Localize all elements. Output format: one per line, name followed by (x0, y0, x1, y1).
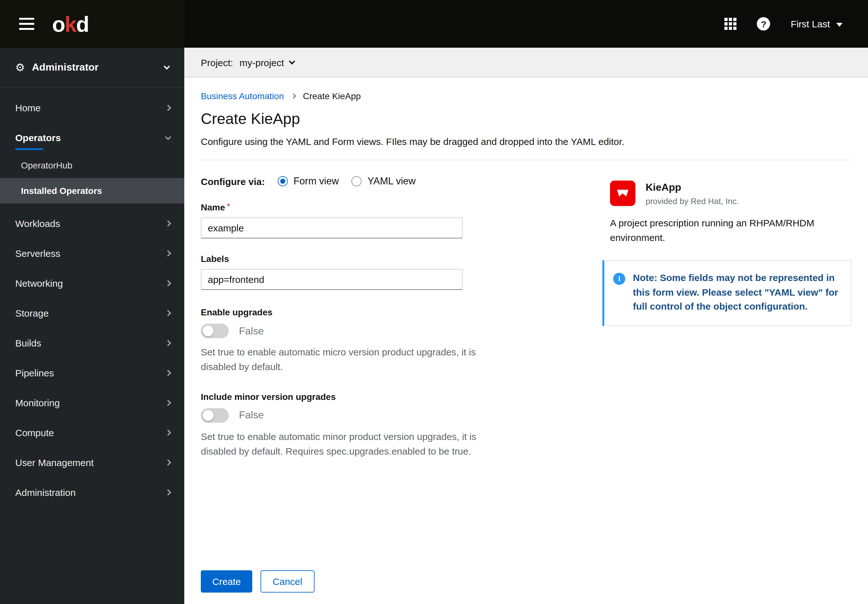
sidebar-item-label: OperatorHub (21, 160, 73, 171)
info-alert-text: Note: Some fields may not be represented… (633, 271, 841, 314)
sidebar: ⚙ Administrator Home Operators Operat (0, 48, 184, 604)
enable-upgrades-label: Enable upgrades (201, 307, 512, 317)
labels-label: Labels (201, 254, 229, 264)
divider (201, 160, 851, 160)
current-section-indicator (15, 148, 43, 150)
sidebar-item-networking[interactable]: Networking (0, 268, 184, 298)
sidebar-item-pipelines[interactable]: Pipelines (0, 358, 184, 388)
chevron-down-icon (165, 134, 171, 140)
sidebar-item-label: Installed Operators (21, 186, 102, 196)
chevron-right-icon (165, 400, 171, 406)
sidebar-item-operators[interactable]: Operators (0, 123, 184, 152)
sidebar-item-operatorhub[interactable]: OperatorHub (0, 152, 184, 178)
minor-upgrades-label: Include minor version upgrades (201, 391, 512, 402)
project-bar: Project: my-project (184, 48, 868, 78)
project-selector[interactable]: my-project (240, 57, 294, 68)
sidebar-item-label: Pipelines (15, 368, 54, 378)
enable-upgrades-help: Set true to enable automatic micro versi… (201, 345, 488, 374)
project-label: Project: (201, 57, 233, 68)
logo-letter: d (76, 12, 88, 36)
sidebar-item-home[interactable]: Home (0, 93, 184, 123)
create-button[interactable]: Create (201, 570, 252, 593)
chevron-right-icon (165, 310, 171, 316)
breadcrumb-link-business-automation[interactable]: Business Automation (201, 91, 284, 101)
labels-input[interactable] (201, 269, 463, 290)
sidebar-item-label: Operators (15, 132, 61, 143)
sidebar-item-workloads[interactable]: Workloads (0, 208, 184, 238)
sidebar-item-serverless[interactable]: Serverless (0, 238, 184, 268)
sidebar-item-user-management[interactable]: User Management (0, 447, 184, 477)
apps-grid-icon (729, 22, 732, 25)
kieapp-logo-icon (610, 180, 636, 206)
apps-grid-icon (734, 22, 737, 25)
sidebar-item-monitoring[interactable]: Monitoring (0, 388, 184, 418)
masthead-brand-area: okd (0, 0, 184, 48)
radio-unselected-icon (352, 176, 362, 186)
help-button[interactable]: ? (757, 17, 770, 31)
sidebar-item-storage[interactable]: Storage (0, 298, 184, 328)
radio-label: Form view (294, 175, 339, 187)
radio-yaml-view[interactable]: YAML view (352, 175, 416, 187)
form-actions: Create Cancel (201, 570, 512, 594)
perspective-switcher[interactable]: ⚙ Administrator (0, 48, 184, 88)
enable-upgrades-group: Enable upgrades False Set true to enable… (201, 307, 512, 374)
toggle-state-label: False (239, 325, 264, 337)
operator-provider: provided by Red Hat, Inc. (646, 196, 739, 206)
minor-upgrades-toggle[interactable] (201, 408, 229, 422)
operator-side-panel: KieApp provided by Red Hat, Inc. A proje… (602, 175, 851, 594)
info-icon: i (613, 273, 625, 285)
required-marker: * (227, 202, 230, 211)
chevron-down-icon (164, 63, 170, 70)
page-description: Configure using the YAML and Form views.… (201, 136, 851, 147)
chevron-right-icon (165, 430, 171, 436)
sidebar-item-compute[interactable]: Compute (0, 418, 184, 447)
cancel-button[interactable]: Cancel (260, 570, 314, 593)
labels-field-group: Labels (201, 253, 512, 290)
masthead-toolbar: ? First Last (184, 0, 868, 48)
configure-via-row: Configure via: Form view YAML view (201, 175, 512, 187)
sidebar-item-label: Compute (15, 427, 54, 438)
chevron-right-icon (165, 460, 171, 466)
sidebar-item-installed-operators[interactable]: Installed Operators (0, 178, 184, 203)
main-area: Project: my-project Business Automation … (184, 48, 868, 604)
chevron-right-icon (165, 370, 171, 376)
apps-grid-icon (729, 27, 732, 30)
sidebar-item-label: User Management (15, 457, 94, 468)
sidebar-item-administration[interactable]: Administration (0, 477, 184, 507)
toggle-state-label: False (239, 410, 264, 421)
breadcrumb: Business Automation Create KieApp (201, 91, 851, 101)
apps-grid-icon (734, 27, 737, 30)
sidebar-item-label: Storage (15, 308, 49, 318)
page-title: Create KieApp (201, 110, 851, 128)
configure-via-label: Configure via: (201, 176, 265, 186)
info-alert: i Note: Some fields may not be represent… (602, 260, 851, 326)
question-mark-icon: ? (761, 19, 766, 29)
user-menu[interactable]: First Last (791, 19, 843, 29)
operator-header: KieApp provided by Red Hat, Inc. (602, 180, 851, 206)
operator-title: KieApp (646, 180, 739, 193)
name-input[interactable] (201, 217, 463, 238)
radio-label: YAML view (367, 175, 416, 187)
logo-letter: o (52, 12, 65, 36)
caret-down-icon (836, 23, 843, 26)
chevron-right-icon (165, 340, 171, 346)
masthead: okd ? First Last (0, 0, 868, 48)
enable-upgrades-toggle[interactable] (201, 324, 229, 338)
gear-icon: ⚙ (15, 62, 25, 73)
sidebar-item-label: Monitoring (15, 397, 60, 408)
okd-console: okd ? First Last ⚙ Administrator (0, 0, 868, 604)
apps-grid-icon (725, 22, 728, 25)
okd-logo[interactable]: okd (52, 13, 88, 35)
chevron-right-icon (291, 93, 296, 99)
app-launcher-button[interactable] (725, 18, 737, 30)
radio-selected-icon (278, 176, 288, 186)
nav-toggle-button[interactable] (19, 15, 37, 33)
project-name: my-project (240, 57, 284, 68)
sidebar-item-builds[interactable]: Builds (0, 328, 184, 358)
name-field-group: Name* (201, 202, 512, 238)
radio-form-view[interactable]: Form view (278, 175, 339, 187)
chevron-right-icon (165, 250, 171, 256)
sidebar-item-label: Administration (15, 487, 76, 498)
breadcrumb-current: Create KieApp (303, 91, 361, 101)
apps-grid-icon (729, 18, 732, 21)
